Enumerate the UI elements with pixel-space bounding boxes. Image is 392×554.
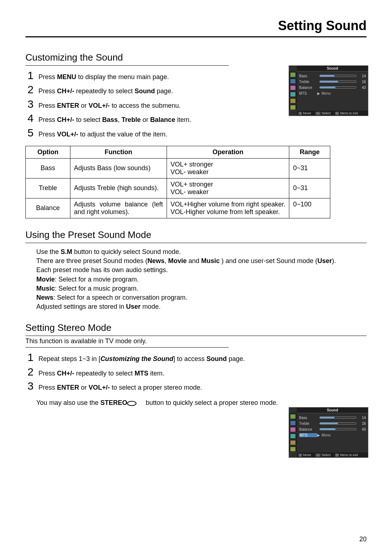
sound-options-table: Option Function Operation Range Bass Adj… [25, 146, 330, 218]
osd-sound-menu-mts: Sound Bass14 Treble16 Balance43 MTS▶Mono… [289, 407, 368, 458]
osd-tab-icon [289, 71, 297, 78]
table-row: Balance Adjusts volume balance (left and… [26, 198, 330, 218]
osd-tab-icon [289, 78, 297, 85]
osd-title: Sound [297, 66, 368, 71]
stereo-subtext: This function is available in TV mode on… [25, 337, 367, 345]
page-number: 20 [359, 535, 367, 543]
step-text: Repeat steps 1~3 in [Customizing the Sou… [38, 355, 367, 363]
stereo-button-icon [127, 401, 136, 406]
steps-stereo: 1 Repeat steps 1~3 in [Customizing the S… [25, 352, 367, 392]
step-num: 3 [25, 381, 36, 391]
osd-tab-icon [289, 446, 297, 452]
osd-tab-icon [289, 85, 297, 91]
stereo-note: You may also use the STEREO button to qu… [25, 399, 367, 407]
th-function: Function [70, 146, 167, 158]
osd-tab-icon [289, 98, 297, 104]
osd-tab-icon [289, 439, 297, 446]
heading-customizing: Customizing the Sound [25, 52, 229, 66]
osd-tab-icon [289, 104, 297, 111]
step-num: 1 [25, 70, 36, 81]
step-num: 2 [25, 84, 36, 95]
th-operation: Operation [167, 146, 289, 158]
preset-text: Use the S.M button to quickly select Sou… [25, 247, 367, 311]
step-num: 2 [25, 366, 36, 377]
osd-tab-icon [289, 413, 297, 420]
step-num: 3 [25, 99, 36, 110]
osd-tab-icon [289, 426, 297, 433]
step-num: 5 [25, 127, 36, 138]
osd-sound-menu: Sound Bass14 Treble16 Balance43 MTS▶Mono… [289, 65, 368, 116]
table-row: Treble Adjusts Treble (high sounds). VOL… [26, 178, 330, 198]
step-text: Press CH+/- to select Bass, Treble or Ba… [38, 116, 367, 124]
step-text: Press VOL+/- to adjust the value of the … [38, 130, 367, 139]
heading-stereo: Setting Stereo Mode [25, 322, 367, 336]
step-text: Press ENTER or VOL+/- to select a proper… [38, 383, 367, 392]
step-num: 4 [25, 113, 36, 124]
step-text: Press CH+/- repeatedly to select MTS ite… [38, 369, 367, 378]
th-range: Range [289, 146, 330, 158]
table-row: Bass Adjusts Bass (low sounds) VOL+ stro… [26, 158, 330, 178]
osd-tab-icon [289, 91, 297, 98]
heading-preset: Using the Preset Sound Mode [25, 229, 367, 243]
osd-title: Sound [297, 407, 368, 413]
step-num: 1 [25, 352, 36, 363]
page-title: Setting Sound [25, 18, 367, 37]
osd-tab-icon [289, 420, 297, 426]
osd-tab-icon [289, 433, 297, 439]
th-option: Option [26, 146, 70, 158]
